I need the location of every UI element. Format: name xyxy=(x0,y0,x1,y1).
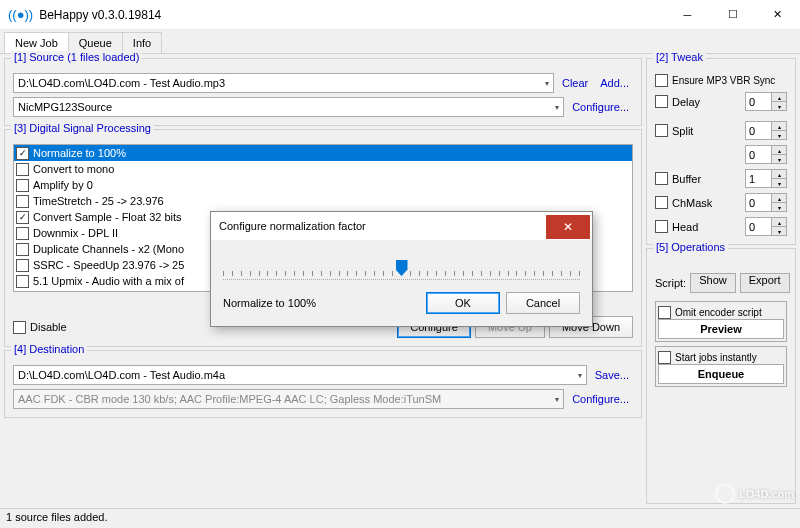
tweak-delay-checkbox[interactable] xyxy=(655,95,668,108)
tweak-delay-label: Delay xyxy=(672,96,741,108)
globe-icon xyxy=(715,484,735,504)
group-dest-title: [4] Destination xyxy=(11,343,87,355)
tweak-head-checkbox[interactable] xyxy=(655,220,668,233)
dialog-titlebar[interactable]: Configure normalization factor ✕ xyxy=(211,212,592,240)
tweak-head-spin[interactable]: 0▴▾ xyxy=(745,217,787,236)
dsp-disable-checkbox[interactable] xyxy=(13,321,26,334)
dsp-item-checkbox[interactable] xyxy=(16,275,29,288)
source-configure-link[interactable]: Configure... xyxy=(568,101,633,113)
window-title: BeHappy v0.3.0.19814 xyxy=(39,8,665,22)
dsp-item-checkbox[interactable] xyxy=(16,179,29,192)
source-clear-link[interactable]: Clear xyxy=(558,77,592,89)
dsp-disable-label: Disable xyxy=(30,321,67,333)
dest-file-value: D:\LO4D.com\LO4D.com - Test Audio.m4a xyxy=(18,369,225,381)
ops-start-checkbox[interactable] xyxy=(658,351,671,364)
status-bar: 1 source files added. xyxy=(0,508,800,528)
source-add-link[interactable]: Add... xyxy=(596,77,633,89)
dsp-item-checkbox[interactable] xyxy=(16,195,29,208)
normalize-slider[interactable] xyxy=(223,256,580,280)
tweak-chmask-checkbox[interactable] xyxy=(655,196,668,209)
ops-enqueue-button[interactable]: Enqueue xyxy=(658,364,784,384)
ops-export-button[interactable]: Export xyxy=(740,273,790,293)
ops-show-button[interactable]: Show xyxy=(690,273,736,293)
dsp-list-item[interactable]: Convert to mono xyxy=(14,161,632,177)
tweak-buffer-spin[interactable]: 1▴▾ xyxy=(745,169,787,188)
group-tweak: [2] Tweak Ensure MP3 VBR Sync Delay 0▴▾ … xyxy=(646,58,796,245)
ops-omit-label: Omit encoder script xyxy=(675,307,762,318)
dsp-item-label: Downmix - DPL II xyxy=(33,227,118,239)
dest-file-combo[interactable]: D:\LO4D.com\LO4D.com - Test Audio.m4a ▾ xyxy=(13,365,587,385)
titlebar: ((●)) BeHappy v0.3.0.19814 ─ ☐ ✕ xyxy=(0,0,800,30)
tweak-delay-spin[interactable]: 0▴▾ xyxy=(745,92,787,111)
minimize-button[interactable]: ─ xyxy=(665,0,710,30)
group-operations: [5] Operations Script: Show Export Omit … xyxy=(646,248,796,504)
dialog-close-button[interactable]: ✕ xyxy=(546,215,590,239)
ops-omit-checkbox[interactable] xyxy=(658,306,671,319)
dest-encoder-combo[interactable]: AAC FDK - CBR mode 130 kb/s; AAC Profile… xyxy=(13,389,564,409)
group-source-title: [1] Source (1 files loaded) xyxy=(11,51,142,63)
tweak-head-label: Head xyxy=(672,221,741,233)
ops-preview-button[interactable]: Preview xyxy=(658,319,784,339)
tweak-buffer-label: Buffer xyxy=(672,173,741,185)
watermark-text: LO4D.com xyxy=(739,488,794,500)
tweak-split-label: Split xyxy=(672,125,741,137)
dsp-item-checkbox[interactable]: ✓ xyxy=(16,147,29,160)
source-decoder-value: NicMPG123Source xyxy=(18,101,112,113)
dialog-cancel-button[interactable]: Cancel xyxy=(506,292,580,314)
chevron-down-icon: ▾ xyxy=(555,103,559,112)
dialog-title: Configure normalization factor xyxy=(219,220,366,232)
configure-dialog: Configure normalization factor ✕ Normali… xyxy=(210,211,593,327)
tweak-ensure-label: Ensure MP3 VBR Sync xyxy=(672,75,787,86)
maximize-button[interactable]: ☐ xyxy=(710,0,755,30)
ops-script-label: Script: xyxy=(655,277,686,289)
dsp-item-label: Normalize to 100% xyxy=(33,147,126,159)
dsp-item-checkbox[interactable] xyxy=(16,227,29,240)
dialog-value-label: Normalize to 100% xyxy=(223,297,420,309)
chevron-down-icon: ▾ xyxy=(555,395,559,404)
tweak-ensure-checkbox[interactable] xyxy=(655,74,668,87)
dsp-item-checkbox[interactable] xyxy=(16,259,29,272)
dsp-list-item[interactable]: Amplify by 0 xyxy=(14,177,632,193)
dsp-item-label: 5.1 Upmix - Audio with a mix of xyxy=(33,275,184,287)
tweak-split-spin1[interactable]: 0▴▾ xyxy=(745,121,787,140)
dsp-list-item[interactable]: ✓Normalize to 100% xyxy=(14,145,632,161)
close-button[interactable]: ✕ xyxy=(755,0,800,30)
dest-save-link[interactable]: Save... xyxy=(591,369,633,381)
watermark: LO4D.com xyxy=(715,484,794,504)
tweak-chmask-spin[interactable]: 0▴▾ xyxy=(745,193,787,212)
dsp-item-checkbox[interactable] xyxy=(16,163,29,176)
group-ops-title: [5] Operations xyxy=(653,241,728,253)
dialog-ok-button[interactable]: OK xyxy=(426,292,500,314)
tweak-chmask-label: ChMask xyxy=(672,197,741,209)
chevron-down-icon: ▾ xyxy=(545,79,549,88)
status-text: 1 source files added. xyxy=(6,511,108,523)
tweak-split-checkbox[interactable] xyxy=(655,124,668,137)
group-dsp-title: [3] Digital Signal Processing xyxy=(11,122,154,134)
dsp-item-label: TimeStretch - 25 -> 23.976 xyxy=(33,195,164,207)
tab-new-job[interactable]: New Job xyxy=(4,32,69,53)
tweak-split-spin2[interactable]: 0▴▾ xyxy=(745,145,787,164)
tab-queue[interactable]: Queue xyxy=(68,32,123,53)
dsp-item-checkbox[interactable]: ✓ xyxy=(16,211,29,224)
ops-start-label: Start jobs instantly xyxy=(675,352,757,363)
tab-info[interactable]: Info xyxy=(122,32,162,53)
chevron-down-icon: ▾ xyxy=(578,371,582,380)
app-icon: ((●)) xyxy=(8,7,33,22)
dsp-item-label: Duplicate Channels - x2 (Mono xyxy=(33,243,184,255)
group-source: [1] Source (1 files loaded) D:\LO4D.com\… xyxy=(4,58,642,126)
source-file-value: D:\LO4D.com\LO4D.com - Test Audio.mp3 xyxy=(18,77,225,89)
dsp-item-label: SSRC - SpeedUp 23.976 -> 25 xyxy=(33,259,184,271)
tweak-buffer-checkbox[interactable] xyxy=(655,172,668,185)
source-decoder-combo[interactable]: NicMPG123Source ▾ xyxy=(13,97,564,117)
dsp-item-label: Convert to mono xyxy=(33,163,114,175)
dest-configure-link[interactable]: Configure... xyxy=(568,393,633,405)
dsp-item-label: Convert Sample - Float 32 bits xyxy=(33,211,182,223)
group-destination: [4] Destination D:\LO4D.com\LO4D.com - T… xyxy=(4,350,642,418)
dest-encoder-value: AAC FDK - CBR mode 130 kb/s; AAC Profile… xyxy=(18,393,441,405)
dsp-list-item[interactable]: TimeStretch - 25 -> 23.976 xyxy=(14,193,632,209)
group-tweak-title: [2] Tweak xyxy=(653,51,706,63)
source-file-combo[interactable]: D:\LO4D.com\LO4D.com - Test Audio.mp3 ▾ xyxy=(13,73,554,93)
dsp-item-label: Amplify by 0 xyxy=(33,179,93,191)
dsp-item-checkbox[interactable] xyxy=(16,243,29,256)
